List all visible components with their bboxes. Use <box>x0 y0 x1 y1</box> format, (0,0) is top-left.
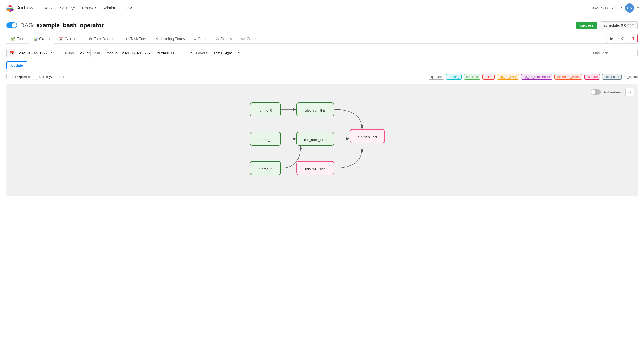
dag-toggle[interactable] <box>6 22 17 28</box>
nav-security[interactable]: Security <box>56 0 78 16</box>
code-icon: <> <box>241 37 245 41</box>
operator-bash: BashOperator <box>6 74 34 80</box>
nav-admin[interactable]: Admin <box>100 0 119 16</box>
tabs: 🌿 Tree 📊 Graph 📅 Calendar ⏱ Task Duratio… <box>6 34 638 44</box>
tab-details-label: Details <box>221 37 232 41</box>
tab-task-tries[interactable]: ↩ Task Tries <box>121 34 152 44</box>
auto-refresh-label: Auto-refresh <box>603 90 623 94</box>
node-run-this-last[interactable]: run_this_last <box>350 129 385 143</box>
brand-text: Airflow <box>17 5 33 11</box>
tab-graph-label: Graph <box>39 37 50 41</box>
landing-times-icon: ✈ <box>156 37 159 41</box>
date-input[interactable] <box>17 49 62 57</box>
graph-refresh-button[interactable]: ↺ <box>625 88 634 96</box>
status-legend: queued running success failed up_for_ret… <box>429 74 638 80</box>
dag-header: DAG: example_bash_operator success sched… <box>6 21 638 29</box>
run-select[interactable]: manual__2021-06-02T16:27:26.797940+00:00 <box>103 49 193 57</box>
nav-time[interactable]: 10:46 PDT (-07:00) <box>590 6 622 10</box>
navbar: Airflow DAGs Security Browse Admin Docs … <box>0 0 644 16</box>
node-runme-2[interactable]: runme_2 <box>250 161 281 175</box>
tab-task-duration[interactable]: ⏱ Task Duration <box>84 34 121 44</box>
details-icon: ⚠ <box>216 37 219 41</box>
svg-text:this_will_skip: this_will_skip <box>305 167 325 171</box>
tab-tree-label: Tree <box>17 37 24 41</box>
edge-also-runthislast <box>334 109 362 129</box>
find-task-input[interactable] <box>590 49 638 57</box>
nav-browse[interactable]: Browse <box>78 0 100 16</box>
gantt-icon: ≡ <box>194 37 196 41</box>
controls-row: 📅 Runs 25 Run manual__2021-06-02T16:27:2… <box>6 49 638 57</box>
status-running: running <box>446 74 462 80</box>
dag-header-right: success schedule: 0 0 * * * <box>576 21 638 29</box>
svg-text:run_this_last: run_this_last <box>357 135 377 139</box>
status-badge: success <box>576 22 597 29</box>
runs-label: Runs <box>65 51 74 55</box>
status-skipped: skipped <box>584 74 600 80</box>
tab-tree[interactable]: 🌿 Tree <box>6 34 29 44</box>
play-button[interactable]: ▶ <box>607 34 616 43</box>
tab-graph[interactable]: 📊 Graph <box>29 34 54 44</box>
date-input-group: 📅 <box>6 49 62 57</box>
svg-text:also_run_this: also_run_this <box>305 108 326 112</box>
tab-actions: ▶ ↺ 🗑 <box>607 34 638 43</box>
schedule-badge: schedule: 0 0 * * * <box>600 21 638 29</box>
tab-code-label: Code <box>247 37 256 41</box>
nav-items: DAGs Security Browse Admin Docs <box>39 0 590 16</box>
svg-text:runme_1: runme_1 <box>258 138 272 142</box>
calendar-icon: 📅 <box>59 37 63 41</box>
nav-avatar-arrow[interactable]: ▾ <box>637 6 639 9</box>
node-runme-0[interactable]: runme_0 <box>250 103 281 116</box>
status-failed: failed <box>482 74 495 80</box>
status-up-for-retry: up_for_retry <box>497 74 519 80</box>
task-duration-icon: ⏱ <box>89 37 92 41</box>
dag-name: example_bash_operator <box>36 22 104 29</box>
status-scheduled: scheduled <box>602 74 622 80</box>
auto-refresh-toggle[interactable] <box>591 89 601 95</box>
svg-text:runme_2: runme_2 <box>258 167 272 171</box>
svg-text:runme_0: runme_0 <box>258 108 272 112</box>
delete-button[interactable]: 🗑 <box>629 34 638 43</box>
tab-details[interactable]: ⚠ Details <box>211 34 237 44</box>
calendar-button[interactable]: 📅 <box>7 49 17 57</box>
status-up-for-reschedule: up_for_reschedule <box>521 74 552 80</box>
node-run-after-loop[interactable]: run_after_loop <box>297 132 334 145</box>
tab-landing-times[interactable]: ✈ Landing Times <box>152 34 190 44</box>
nav-avatar[interactable]: FB <box>625 3 634 13</box>
task-tries-icon: ↩ <box>126 37 129 41</box>
dag-title: DAG: example_bash_operator <box>20 22 104 29</box>
svg-text:run_after_loop: run_after_loop <box>304 138 327 142</box>
page-content: DAG: example_bash_operator success sched… <box>0 16 644 202</box>
tab-code[interactable]: <> Code <box>236 34 260 44</box>
tab-task-duration-label: Task Duration <box>94 37 117 41</box>
tab-gantt-label: Gantt <box>198 37 207 41</box>
dag-prefix: DAG: <box>20 22 35 29</box>
nav-docs[interactable]: Docs <box>119 0 136 16</box>
graph-area: Auto-refresh ↺ <box>6 84 638 196</box>
dag-svg: runme_0 also_run_this runme_1 run_after_… <box>229 89 415 191</box>
node-this-will-skip[interactable]: this_will_skip <box>297 161 334 175</box>
nav-right: 10:46 PDT (-07:00) FB ▾ <box>590 3 639 13</box>
status-success: success <box>464 74 480 80</box>
tab-landing-times-label: Landing Times <box>161 37 185 41</box>
runs-select[interactable]: 25 <box>77 49 91 57</box>
edge-thiswillskip-runthislast <box>334 148 362 168</box>
graph-top-right: Auto-refresh ↺ <box>591 88 634 96</box>
tree-icon: 🌿 <box>11 37 15 41</box>
operator-badges: BashOperator DummyOperator <box>6 74 67 80</box>
refresh-button[interactable]: ↺ <box>618 34 627 43</box>
tab-gantt[interactable]: ≡ Gantt <box>190 34 211 44</box>
layout-select[interactable]: Left > Right Top > Bottom <box>210 49 241 57</box>
layout-label: Layout <box>196 51 207 55</box>
brand-logo[interactable]: Airflow <box>5 3 33 13</box>
graph-icon: 📊 <box>33 37 38 41</box>
dag-graph-container: runme_0 also_run_this runme_1 run_after_… <box>12 89 632 191</box>
operator-dummy: DummyOperator <box>36 74 67 80</box>
tab-calendar[interactable]: 📅 Calendar <box>54 34 84 44</box>
update-button[interactable]: Update <box>6 61 27 69</box>
node-also-run-this[interactable]: also_run_this <box>297 103 334 116</box>
tab-task-tries-label: Task Tries <box>130 37 147 41</box>
nav-dags[interactable]: DAGs <box>39 0 56 16</box>
run-label: Run <box>93 51 100 55</box>
node-runme-1[interactable]: runme_1 <box>250 132 281 145</box>
status-no-status: no_status <box>624 75 638 79</box>
